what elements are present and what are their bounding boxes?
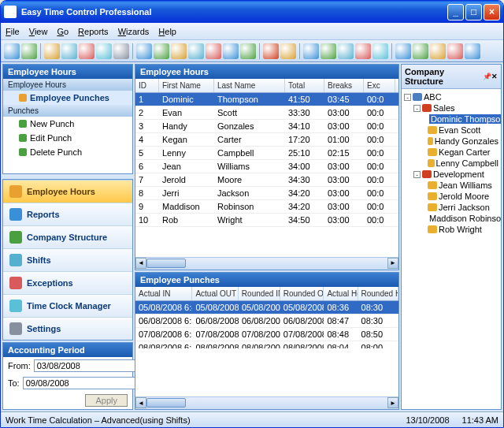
toolbar-button-19[interactable] bbox=[355, 43, 371, 59]
nav-employee-hours[interactable]: Employee Hours bbox=[3, 180, 132, 203]
nav-shifts[interactable]: Shifts bbox=[3, 248, 132, 271]
task-new-punch[interactable]: New Punch bbox=[3, 117, 132, 131]
tree-node-sales[interactable]: -Sales bbox=[404, 102, 498, 114]
hours-col-2[interactable]: Last Name bbox=[214, 79, 285, 92]
pin-icon[interactable]: 📌 bbox=[483, 73, 491, 80]
hours-row[interactable]: 8JerriJackson34:2003:0000:0 bbox=[135, 187, 398, 200]
nav-reports[interactable]: Reports bbox=[3, 203, 132, 225]
toolbar-button-0[interactable] bbox=[4, 43, 20, 59]
tree-leaf[interactable]: Handy Gonzales bbox=[404, 136, 498, 147]
punches-col-4[interactable]: Actual Hou bbox=[324, 287, 358, 300]
toolbar-button-7[interactable] bbox=[136, 43, 152, 59]
structure-close-icon[interactable]: ✕ bbox=[491, 73, 498, 80]
punches-col-0[interactable]: Actual IN bbox=[135, 287, 192, 300]
task-delete-punch[interactable]: Delete Punch bbox=[3, 145, 132, 159]
tree-leaf[interactable]: Jerri Jackson bbox=[404, 202, 498, 213]
close-button[interactable]: × bbox=[484, 4, 500, 20]
punches-row[interactable]: 05/08/2008 6:48 AM05/08/2008 3:2..05/08/… bbox=[135, 301, 398, 314]
tree-leaf[interactable]: Rob Wright bbox=[404, 224, 498, 235]
toolbar-button-15[interactable] bbox=[280, 43, 296, 59]
tree-leaf[interactable]: Jean Williams bbox=[404, 180, 498, 191]
maximize-button[interactable]: □ bbox=[465, 4, 482, 20]
toolbar-button-1[interactable] bbox=[21, 43, 37, 59]
tree-leaf[interactable]: Evan Scott bbox=[404, 125, 498, 136]
hours-col-0[interactable]: ID bbox=[135, 79, 159, 92]
punches-col-2[interactable]: Rounded IN bbox=[239, 287, 280, 300]
hours-row[interactable]: 4KeganCarter17:2001:0000:0 bbox=[135, 133, 398, 147]
task-edit-punch[interactable]: Edit Punch bbox=[3, 131, 132, 145]
toolbar-button-5[interactable] bbox=[96, 43, 112, 59]
hours-row[interactable]: 3HandyGonzales34:1003:0000:0 bbox=[135, 120, 398, 133]
menu-go[interactable]: Go bbox=[57, 27, 69, 36]
toolbar-button-23[interactable] bbox=[430, 43, 446, 59]
toolbar-button-10[interactable] bbox=[188, 43, 204, 59]
toolbar-button-9[interactable] bbox=[171, 43, 187, 59]
toolbar-button-17[interactable] bbox=[321, 43, 336, 59]
tree-leaf[interactable]: Dominic Thompson bbox=[404, 114, 498, 125]
tree-leaf[interactable]: Maddison Robinson bbox=[404, 213, 498, 224]
hours-row[interactable]: 9MaddisonRobinson34:2003:0000:0 bbox=[135, 200, 398, 214]
menu-view[interactable]: View bbox=[29, 27, 48, 36]
nav-exceptions[interactable]: Exceptions bbox=[3, 271, 132, 294]
nav-time-clock-manager[interactable]: Time Clock Manager bbox=[3, 294, 132, 317]
toolbar-button-18[interactable] bbox=[338, 43, 354, 59]
toolbar-button-2[interactable] bbox=[44, 43, 60, 59]
toolbar-button-12[interactable] bbox=[223, 43, 239, 59]
toolbar-button-11[interactable] bbox=[206, 43, 221, 59]
to-input[interactable] bbox=[23, 377, 138, 389]
nav-settings[interactable]: Settings bbox=[3, 317, 132, 340]
punches-col-3[interactable]: Rounded OUT bbox=[280, 287, 324, 300]
tree-leaf[interactable]: Lenny Campbell bbox=[404, 158, 498, 169]
hours-col-3[interactable]: Total bbox=[285, 79, 324, 92]
punches-row[interactable]: 07/08/2008 6:53 AM07/08/2008 3:3..07/08/… bbox=[135, 328, 398, 341]
apply-button[interactable]: Apply bbox=[85, 394, 128, 407]
punches-col-5[interactable]: Rounded Hours bbox=[358, 287, 398, 300]
accounting-panel: Accounting Period From:▼ To:▼ Apply bbox=[2, 342, 133, 410]
tree-leaf[interactable]: Kegan Carter bbox=[404, 147, 498, 158]
app-title: Easy Time Control Professional bbox=[21, 7, 151, 17]
toolbar-button-16[interactable] bbox=[303, 43, 319, 59]
hours-row[interactable]: 2EvanScott33:3003:0000:0 bbox=[135, 106, 398, 120]
titlebar[interactable]: Easy Time Control Professional _ □ × bbox=[1, 1, 503, 23]
punches-row[interactable]: 06/08/2008 6:39 AM06/08/2008 3:2..06/08/… bbox=[135, 314, 398, 328]
tree-leaf[interactable]: Jerold Moore bbox=[404, 191, 498, 202]
nav-company-structure[interactable]: Company Structure bbox=[3, 225, 132, 248]
task-employee-punches[interactable]: Employee Punches bbox=[3, 91, 132, 105]
hours-col-4[interactable]: Breaks bbox=[324, 79, 364, 92]
tree-node-development[interactable]: -Development bbox=[404, 169, 498, 180]
punches-scrollbar[interactable]: ◄► bbox=[135, 396, 398, 409]
hours-col-1[interactable]: First Name bbox=[159, 79, 214, 92]
toolbar-button-25[interactable] bbox=[465, 43, 480, 59]
toolbar-button-6[interactable] bbox=[113, 43, 129, 59]
tree-root[interactable]: -ABC bbox=[404, 91, 498, 102]
hours-row[interactable]: 7JeroldMoore34:3003:0000:0 bbox=[135, 173, 398, 187]
toolbar-button-24[interactable] bbox=[447, 43, 463, 59]
hours-scrollbar[interactable]: ◄► bbox=[135, 257, 398, 270]
hours-row[interactable]: 1DominicThompson41:5003:4500:0 bbox=[135, 93, 398, 106]
punches-col-1[interactable]: Actual OUT bbox=[192, 287, 238, 300]
hours-col-5[interactable]: Exc bbox=[364, 79, 395, 92]
toolbar-button-14[interactable] bbox=[263, 43, 279, 59]
menu-reports[interactable]: Reports bbox=[78, 27, 109, 36]
menu-help[interactable]: Help bbox=[158, 27, 176, 36]
hours-row[interactable]: 5LennyCampbell25:1002:1500:0 bbox=[135, 147, 398, 160]
menu-file[interactable]: File bbox=[6, 27, 20, 36]
to-label: To: bbox=[8, 378, 20, 388]
toolbar-button-22[interactable] bbox=[413, 43, 428, 59]
hours-columns: IDFirst NameLast NameTotalBreaksExc bbox=[135, 79, 398, 93]
from-label: From: bbox=[8, 361, 31, 370]
punches-row[interactable]: 08/08/2008 6:58 AM08/08/2008 3:0..08/08/… bbox=[135, 341, 398, 349]
hours-row[interactable]: 6JeanWilliams34:0003:0000:0 bbox=[135, 160, 398, 173]
toolbar-button-21[interactable] bbox=[395, 43, 411, 59]
toolbar-button-3[interactable] bbox=[61, 43, 77, 59]
hours-header: Employee Hours bbox=[135, 65, 398, 79]
toolbar-button-4[interactable] bbox=[79, 43, 94, 59]
from-input[interactable] bbox=[34, 359, 149, 372]
minimize-button[interactable]: _ bbox=[447, 4, 464, 20]
toolbar-button-20[interactable] bbox=[372, 43, 388, 59]
menu-wizards[interactable]: Wizards bbox=[118, 27, 150, 36]
toolbar-button-8[interactable] bbox=[154, 43, 169, 59]
toolbar-button-13[interactable] bbox=[240, 43, 256, 59]
hours-row[interactable]: 10RobWright34:5003:0000:0 bbox=[135, 214, 398, 227]
punches-grid: Employee Punches Actual INActual OUTRoun… bbox=[135, 272, 399, 410]
